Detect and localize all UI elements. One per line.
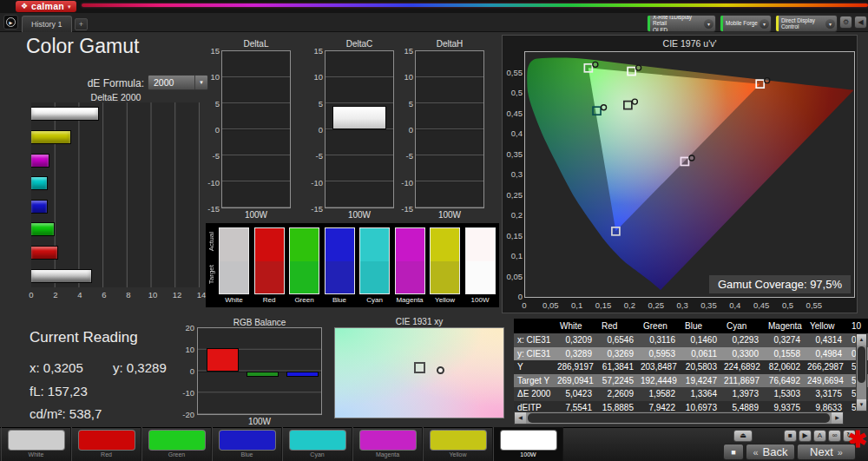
y-tick: 15	[309, 46, 323, 56]
table-cell: 0,4984	[807, 349, 849, 359]
marker-dot-cyan	[602, 105, 607, 110]
y-tick: 5	[309, 99, 323, 109]
table-cell: 9,9375	[766, 403, 807, 412]
display-control-label: Direct Display Control	[779, 17, 825, 30]
tab-history-1[interactable]: History 1	[22, 16, 72, 32]
display-control-dropdown-button[interactable]: Direct Display Control ▾	[775, 15, 838, 32]
rgb-bar-red	[207, 348, 239, 371]
y-tick: -10	[206, 178, 220, 188]
row-label: ΔE 2000	[514, 389, 557, 398]
column-header: Blue	[682, 321, 724, 331]
patch-button-cyan[interactable]: Cyan	[282, 427, 352, 461]
deltae-x-tick: 4	[77, 290, 82, 300]
deltae-x-tick: 10	[148, 290, 158, 300]
de-formula-select[interactable]: 2000 ▾	[148, 75, 208, 90]
transport-eject-button[interactable]: ⏏	[733, 430, 753, 442]
table-cell: 0,3269	[599, 349, 641, 359]
patch-color	[431, 431, 486, 450]
transport-play-button[interactable]: ▶	[799, 430, 812, 442]
deltae-x-tick: 8	[126, 290, 130, 300]
cie-y-tick: 0,35	[503, 149, 523, 159]
column-header: Magenta	[766, 321, 807, 331]
table-vertical-scrollbar[interactable]: ▲ ▼	[856, 333, 867, 412]
cie-x-tick: 0,05	[542, 300, 559, 310]
patch-label: Yellow	[424, 451, 492, 458]
zero-line	[222, 129, 290, 130]
rgb-y-tick: 10	[175, 345, 194, 354]
y-tick: 10	[309, 72, 323, 82]
column-header: 10	[849, 321, 868, 331]
cie-y-tick: 0,3	[503, 169, 523, 179]
table-cell: 211,8697	[724, 376, 766, 385]
table-cell: 286,9197	[557, 362, 599, 372]
y-tick: 5	[399, 99, 413, 109]
patch-button-100w[interactable]: 100W	[493, 427, 563, 461]
meter-dropdown-button[interactable]: X-Rite i1Display Retail OLED ▾	[647, 15, 716, 32]
collapse-panel-button[interactable]: ◀	[854, 16, 867, 29]
horizontal-scroll-thumb[interactable]	[528, 413, 830, 423]
swatch-cyan	[359, 227, 390, 294]
source-dropdown-button[interactable]: Mobile Forge ▾	[720, 15, 772, 32]
table-cell: 266,2987	[807, 362, 849, 372]
transport-auto-advance-button[interactable]: A	[813, 430, 826, 442]
table-cell: 0,3209	[557, 335, 599, 345]
row-label: dEITP	[514, 403, 557, 412]
cie-x-tick: 0,2	[624, 300, 635, 310]
patch-button-magenta[interactable]: Magenta	[352, 427, 423, 461]
scroll-up-icon[interactable]: ▲	[857, 334, 866, 346]
row-label: y: CIE31	[514, 349, 557, 359]
zero-line	[326, 129, 393, 130]
back-button[interactable]: « Back	[746, 444, 795, 460]
table-cell: 57,2245	[599, 376, 641, 385]
swatch-actual	[220, 228, 248, 261]
next-button[interactable]: Next »	[797, 444, 856, 460]
table-horizontal-scrollbar[interactable]: ◀ ▶	[514, 412, 844, 425]
de-formula-value: 2000	[148, 77, 194, 88]
add-tab-button[interactable]: +	[75, 18, 88, 30]
delta-bar	[332, 106, 386, 129]
patch-button-yellow[interactable]: Yellow	[423, 427, 493, 461]
calman-app: ❖ calman ▾ ▶ History 1 + X-Rite i1Displa…	[0, 0, 868, 461]
swatch-row-label: Target	[207, 265, 215, 284]
patch-button-green[interactable]: Green	[141, 427, 212, 461]
swatch-target	[466, 261, 495, 294]
y-tick: -5	[399, 151, 413, 161]
y-tick: -15	[206, 204, 220, 214]
table-cell: 192,4449	[641, 376, 682, 385]
scroll-down-icon[interactable]: ▼	[857, 399, 866, 411]
actual-target-swatch-panel: ActualTargetWhiteRedGreenBlueCyanMagenta…	[206, 223, 499, 307]
rgb-balance-title: RGB Balance	[197, 318, 322, 327]
scroll-left-icon[interactable]: ◀	[515, 412, 526, 424]
chart-delta_h: DeltaH151050-5-10-15100W	[399, 39, 486, 223]
rgb-y-tick: 0	[175, 366, 194, 376]
deltae-x-tick: 6	[102, 290, 106, 300]
deltae-bar-blue	[31, 200, 48, 214]
table-cell: 1,3973	[724, 389, 766, 398]
cie-x-tick: 0,45	[753, 300, 770, 310]
source-label: Mobile Forge	[723, 20, 760, 26]
swatch-target	[431, 261, 459, 294]
cie-x-tick: 0,3	[676, 300, 687, 310]
scroll-right-icon[interactable]: ▶	[832, 412, 843, 424]
reading-cdm2: cd/m²: 538,7	[30, 406, 102, 421]
deltae-x-tick: 12	[173, 290, 182, 300]
marker-dot-yellow	[636, 65, 641, 70]
calman-logo-menu[interactable]: ❖ calman ▾	[16, 1, 76, 12]
patch-button-blue[interactable]: Blue	[212, 427, 282, 461]
chevron-down-icon: ▾	[68, 3, 71, 10]
table-cell: 0,1460	[682, 335, 724, 345]
transport-stop-button[interactable]: ■	[784, 430, 797, 442]
table-cell: 1,5303	[766, 389, 807, 398]
patch-button-red[interactable]: Red	[71, 427, 141, 461]
cie-y-tick: 0,25	[503, 190, 523, 200]
pattern-window-button[interactable]: ■	[723, 444, 744, 460]
play-circle-icon: ▶	[6, 17, 16, 27]
cie-y-tick: 0,05	[503, 272, 523, 281]
transport-continuous-button[interactable]: ∞	[828, 430, 841, 442]
swatch-label: Magenta	[395, 296, 425, 304]
vertical-scroll-thumb[interactable]	[858, 346, 865, 383]
settings-button[interactable]: ⚙	[839, 16, 852, 29]
patch-button-white[interactable]: White	[1, 427, 71, 461]
table-cell: 61,3841	[599, 362, 641, 372]
run-button[interactable]: ▶	[3, 15, 18, 30]
